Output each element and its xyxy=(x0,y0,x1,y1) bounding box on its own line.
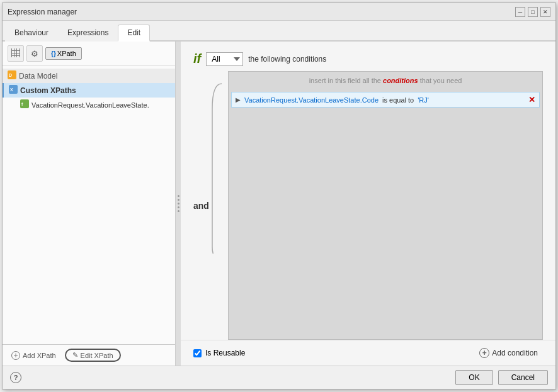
add-xpath-label: Add XPath xyxy=(23,352,56,359)
tab-bar: Behaviour Expressions Edit xyxy=(3,21,555,42)
tree-children: f VacationRequest.VacationLeaveState. xyxy=(3,98,175,112)
is-reusable-text: Is Reusable xyxy=(205,349,245,357)
dialog-title: Expression manager xyxy=(8,8,77,16)
footer-left: ? xyxy=(10,372,21,383)
right-panel: if All Any None the following conditions… xyxy=(181,42,555,366)
gear-icon-button[interactable]: ⚙ xyxy=(26,45,43,62)
panel-splitter[interactable] xyxy=(176,42,181,366)
bracket-svg xyxy=(206,77,228,254)
tree-item-label: VacationRequest.VacationLeaveState. xyxy=(31,101,149,109)
svg-text:X: X xyxy=(10,87,13,92)
condition-operator-label: is equal to xyxy=(382,96,414,104)
hint-conditions-word: conditions xyxy=(383,77,418,84)
splitter-dot xyxy=(178,210,179,212)
footer-right: OK Cancel xyxy=(455,370,548,385)
add-condition-button[interactable]: + Add condition xyxy=(474,345,543,361)
grid-icon xyxy=(11,48,20,59)
add-xpath-circle-icon: + xyxy=(11,351,20,360)
svg-text:D: D xyxy=(9,73,12,77)
edit-xpath-button[interactable]: ✎ Edit XPath xyxy=(65,349,121,362)
condition-header: if All Any None the following conditions xyxy=(181,42,555,71)
ok-button[interactable]: OK xyxy=(455,370,493,385)
tab-expressions[interactable]: Expressions xyxy=(58,25,118,42)
db-icon: D xyxy=(8,70,16,81)
data-model-label: Data Model xyxy=(19,72,57,81)
tree-section-data-model[interactable]: D Data Model xyxy=(3,69,175,83)
left-panel: ⚙ {} XPath D Data Model xyxy=(3,42,176,366)
custom-xpath-icon: X xyxy=(9,85,18,96)
minimize-button[interactable]: ─ xyxy=(515,7,525,17)
splitter-dot xyxy=(178,203,179,204)
title-bar-controls: ─ □ ✕ xyxy=(515,7,550,17)
tree-area[interactable]: D Data Model X Custom XPaths f xyxy=(3,66,175,344)
add-xpath-button[interactable]: + Add XPath xyxy=(8,349,60,362)
expression-manager-dialog: Expression manager ─ □ ✕ Behaviour Expre… xyxy=(2,3,556,389)
condition-row[interactable]: ▶ VacationRequest.VacationLeaveState.Cod… xyxy=(231,92,540,108)
condition-select[interactable]: All Any None xyxy=(206,52,243,66)
following-conditions-text: the following conditions xyxy=(248,55,326,64)
tab-behaviour[interactable]: Behaviour xyxy=(5,25,58,42)
condition-hint: insert in this field all the conditions … xyxy=(229,72,542,89)
hint-text-before: insert in this field all the xyxy=(309,77,381,84)
condition-field-label: VacationRequest.VacationLeaveState.Code xyxy=(244,96,379,104)
edit-xpath-label: Edit XPath xyxy=(81,352,113,359)
xpath-button-label: XPath xyxy=(57,50,76,57)
help-button[interactable]: ? xyxy=(10,372,21,383)
maximize-button[interactable]: □ xyxy=(528,7,538,17)
help-icon: ? xyxy=(14,374,18,381)
dialog-footer: ? OK Cancel xyxy=(3,366,555,389)
is-reusable-checkbox-label[interactable]: Is Reusable xyxy=(193,349,245,357)
main-content: ⚙ {} XPath D Data Model xyxy=(3,42,555,366)
condition-area[interactable]: insert in this field all the conditions … xyxy=(228,71,543,340)
left-bottom-bar: + Add XPath ✎ Edit XPath xyxy=(3,344,175,366)
gear-icon: ⚙ xyxy=(31,49,38,59)
and-bracket-area: and xyxy=(193,71,228,340)
xpath-button[interactable]: {} XPath xyxy=(45,47,82,60)
hint-text-after: that you need xyxy=(420,77,462,84)
add-condition-label: Add condition xyxy=(492,349,538,357)
splitter-dot xyxy=(178,206,179,208)
condition-delete-button[interactable]: ✕ xyxy=(528,95,535,104)
edit-xpath-pencil-icon: ✎ xyxy=(72,351,78,359)
xpath-icon: {} xyxy=(51,50,56,57)
condition-row-expand-icon[interactable]: ▶ xyxy=(236,96,241,103)
if-label: if xyxy=(193,52,201,66)
splitter-dot xyxy=(178,199,179,201)
tab-edit[interactable]: Edit xyxy=(118,25,150,42)
splitter-dot xyxy=(178,195,179,197)
close-button[interactable]: ✕ xyxy=(540,7,550,17)
left-toolbar: ⚙ {} XPath xyxy=(3,42,175,66)
custom-xpaths-label: Custom XPaths xyxy=(20,86,76,95)
tree-section-custom-xpaths[interactable]: X Custom XPaths xyxy=(3,83,175,98)
right-footer: Is Reusable + Add condition xyxy=(181,340,555,366)
title-bar: Expression manager ─ □ ✕ xyxy=(3,3,555,21)
cancel-button[interactable]: Cancel xyxy=(498,370,548,385)
condition-body: and insert in this field all the conditi… xyxy=(193,71,543,340)
file-icon: f xyxy=(20,99,29,110)
condition-value-label: 'RJ' xyxy=(418,96,429,104)
grid-icon-button[interactable] xyxy=(8,45,24,62)
add-condition-plus-icon: + xyxy=(479,348,489,358)
is-reusable-checkbox[interactable] xyxy=(193,349,202,357)
list-item[interactable]: f VacationRequest.VacationLeaveState. xyxy=(15,98,175,112)
